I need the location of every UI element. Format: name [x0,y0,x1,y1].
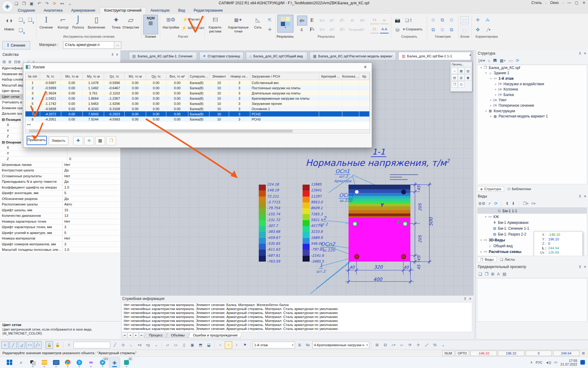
close-icon[interactable]: ✕ [584,52,586,56]
open-folder-icon[interactable]: ❒ [106,136,116,145]
snap-mid-icon[interactable]: ╱∘ [34,341,42,349]
result-glyph-E[interactable]: E [307,16,317,25]
light-off-icon[interactable]: ♀ [217,341,224,349]
add-row-icon[interactable]: ✚ [73,136,83,145]
clock[interactable]: 17:5521.07.2022 [560,359,577,366]
sync-icon[interactable]: ⟳ [52,1,57,6]
pin-icon[interactable]: ⊼ [579,52,581,56]
move-node-icon[interactable]: ✜ [474,26,481,33]
ribbon-tab-Редактирование[interactable]: Редактирование [189,7,227,13]
panel-tab-Структура[interactable]: ◈Структура [477,186,504,192]
task-view-icon[interactable] [28,358,38,367]
rebar-mid-right[interactable] [403,221,408,226]
ruler-icon[interactable]: ⊷ [59,1,65,6]
tree-item[interactable]: ▾⌂Здание 1 [477,71,587,76]
tray-caret-icon[interactable]: ∧ [530,360,533,364]
geometry-icon-1[interactable]: ⧉ [439,16,446,24]
save-page-icon[interactable]: ❏⇧ [404,16,414,24]
property-row[interactable]: Шрифт характерных точек, мм3 [0,224,120,230]
property-row[interactable]: Шрифт аннотации, мм5 [0,190,120,196]
results-button[interactable]: ▾ [277,15,293,33]
battery-icon[interactable]: ▭ [554,360,557,364]
check-icon[interactable]: ✓ [488,201,492,206]
maximize-button[interactable]: ▢ [575,1,579,5]
merge-view-icon[interactable]: ⊟ [382,341,389,349]
ribbon-tab-Армирование[interactable]: Армирование [67,7,100,13]
mesh-button[interactable]: ◺Сеть [251,15,265,29]
geometry-icon-4[interactable]: ⧉ [439,26,446,33]
document-tab[interactable]: ✦Стартовая страница [199,52,243,60]
property-value[interactable]: Да [62,179,120,185]
ribbon-tool-Отверстие[interactable]: ▱Отверстие [123,15,139,29]
section-mode-button[interactable]: IСечение [2,41,30,49]
export-page-icon[interactable]: ❏⬇ [26,16,34,24]
column-header[interactable]: Колонка ... [342,73,359,80]
column-header[interactable]: Вхх, тс·м² [166,73,188,80]
column-header[interactable]: My, тс·м [83,73,104,80]
property-row[interactable]: Z0 [0,156,120,162]
ucs-x-icon[interactable]: ⌖x [136,341,143,349]
close-icon[interactable]: ✕ [116,53,119,56]
property-row[interactable]: Шрифт шкалы, мм15 [0,208,120,213]
rebar-top-right[interactable] [401,190,406,194]
tree-item[interactable]: ▾▦Конструкции [477,108,587,114]
save-file-icon[interactable]: ▣ [29,1,34,6]
system-icon[interactable] [51,358,61,367]
settings-button[interactable]: ⊞⚙Настройки [162,15,180,29]
telegram-icon[interactable]: ➤124 [97,358,108,367]
minimize-button[interactable]: — [567,1,571,5]
table-row[interactable]: 6-4.58380.008.3243-5.31680.000.000.00Бал… [25,106,370,111]
property-row[interactable]: Номера материаловНет [0,236,120,242]
expander-icon[interactable]: ▸ [494,88,498,91]
unlock-icon[interactable]: 🔓 [54,341,61,349]
nl-calc-button[interactable]: ⚡НЛ Расчёт [181,25,204,30]
tree-item[interactable]: ⊡Бм-1 1-1 [477,208,587,214]
expander-icon[interactable]: ▾ [479,66,483,69]
explorer-icon[interactable] [39,358,50,367]
close-icon[interactable]: ✕ [584,265,586,269]
loadcase-select[interactable]: 4.Кратковременные нагрузки на▾ [312,342,369,348]
column-header[interactable]: Qy, тс [146,73,166,80]
proj-box-icon[interactable]: ❒ [451,81,458,87]
cad-app-icon[interactable]: 22 [121,358,132,367]
visual-studio-icon[interactable]: ∞ [86,358,96,367]
result-glyph2-σc[interactable]: σc [358,25,367,34]
flag-icon[interactable]: ⚑ [241,341,249,349]
tree-item[interactable]: ▨Бм-1: Сечение 1-1 [477,225,587,231]
slope-icon[interactable]: ╱▾ [484,26,493,33]
result-glyph-σe[interactable]: σe [358,16,367,25]
search-icon[interactable]: ⌕ [16,358,26,367]
property-row[interactable]: Коэффициент шрифта на эпюрах1.0 [0,185,120,191]
new-file-icon[interactable]: ❏ [13,1,19,6]
circle-tool-icon[interactable]: ⊙ [119,341,127,349]
property-value[interactable]: Нет [62,236,120,241]
expander-icon[interactable]: ▸ [479,250,483,253]
nav-prev-icon[interactable]: ◄ [127,332,133,338]
material-more-button[interactable]: ... [114,41,121,49]
expander-icon[interactable]: ▾ [484,109,488,113]
zy-axes-icon[interactable]: ⇱ [266,16,274,24]
axes-cross-icon[interactable]: ✛ [266,25,274,33]
snap-points-icon[interactable]: ∘∘ [26,341,33,349]
ribbon-tab-Аналитика[interactable]: Аналитика [39,7,67,13]
redo-icon[interactable]: ↷ [44,1,50,6]
close-icon[interactable]: ✕ [361,65,369,69]
column-header[interactable]: N, тс [40,73,61,80]
ribbon-tool-Точка[interactable]: ✦Точка [108,15,124,29]
ucs-more-icon[interactable]: ⌄ [153,341,160,349]
ribbon-tool-Включение[interactable]: ▯Включение [86,15,107,29]
refresh-icon[interactable]: ⟳ [494,201,497,206]
document-tab[interactable]: ▦Балка_для_КС.spf:Расчетная модель вариа… [310,52,396,60]
panel-tab-Виды[interactable]: ❐Виды [477,257,497,262]
pdf-page-icon[interactable]: ❏⬇ [17,26,24,34]
table-row[interactable]: 8-4.20510.007.9244-4.59930.000.000.00Бал… [25,117,370,122]
add-model-icon[interactable]: ▦+ [500,58,506,63]
layers-icon[interactable]: ≋ [84,136,94,145]
tree-item[interactable]: ▸{≋Балка [477,92,587,98]
geometry-icon-0[interactable]: ⧉ [429,16,437,24]
property-value[interactable]: Авто [62,202,120,207]
close-icon[interactable]: ✕ [584,194,586,198]
ribbon-tab-Вид[interactable]: Вид [174,7,190,13]
list-icon[interactable]: ≣ [8,59,12,64]
notification-icon[interactable] [580,360,585,365]
